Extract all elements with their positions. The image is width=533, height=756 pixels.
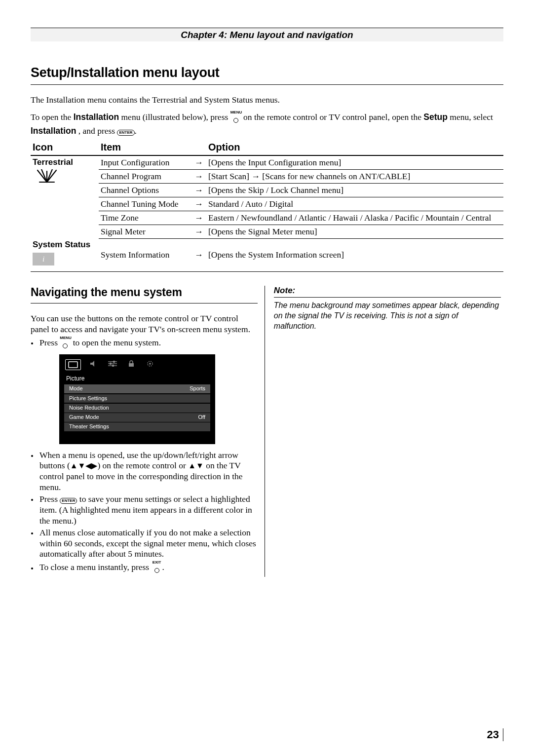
svg-point-11 [113,361,114,362]
text: , and press [78,126,117,136]
list-item: Press MENU to open the menu system. [38,336,258,444]
section-heading-setup: Setup/Installation menu layout [31,65,503,80]
intro-para-1: The Installation menu contains the Terre… [31,95,503,106]
osd-row-label: Game Mode [69,414,99,421]
label-installation-2: Installation [31,126,76,136]
svg-point-12 [110,363,111,364]
intro-para-2: To open the Installation menu (illustrat… [31,111,503,137]
text: on the remote control or TV control pane… [243,112,423,122]
option-cell: [Start Scan] → [Scans for new channels o… [206,169,503,183]
osd-tab-picture-icon [65,359,81,370]
button-circle-icon [154,568,159,573]
arrow-glyphs-icon: ▲▼◀▶ [70,461,98,470]
nav-intro-para: You can use the buttons on the remote co… [31,313,258,335]
svg-rect-6 [69,362,77,368]
osd-row-label: Mode [69,385,83,392]
osd-row-label: Theater Settings [69,423,109,430]
info-icon: i [33,253,54,265]
enter-button-icon: ENTER [117,130,134,136]
menu-button-label: MENU [230,111,241,114]
option-cell: Standard / Auto / Digital [206,197,503,211]
arrow-glyphs-icon: ▲▼ [188,461,204,470]
osd-row: Noise Reduction [64,404,210,413]
footer-rule [503,728,503,741]
item-cell: Channel Program [99,169,191,183]
text: menu, select [450,112,493,122]
osd-tab-preferences-icon [107,359,118,368]
rule [31,84,503,85]
exit-button-icon: EXIT [152,561,162,576]
option-cell: [Opens the Signal Meter menu] [206,225,503,238]
page-footer: 23 [487,728,503,741]
item-cell: Channel Tuning Mode [99,197,191,211]
option-cell: Eastern / Newfoundland / Atlantic / Hawa… [206,211,503,225]
th-option: Option [206,140,503,155]
item-cell: Time Zone [99,211,191,225]
label-installation: Installation [74,112,119,122]
th-arrow [191,140,206,155]
osd-tab-bar [63,358,211,374]
group-label-system-status: System Status [33,240,97,250]
item-cell: Input Configuration [99,155,191,170]
item-cell: Signal Meter [99,225,191,238]
arrow-icon: → [191,183,206,197]
arrow-icon: → [191,169,206,183]
text: . [162,563,164,572]
osd-row-value: Off [198,414,205,421]
osd-row: Picture Settings [64,394,210,403]
note-body: The menu background may sometimes appear… [274,301,501,331]
button-circle-icon [233,118,238,123]
osd-title: Picture [63,374,211,384]
arrow-icon: → [191,155,206,170]
osd-row-label: Noise Reduction [69,405,109,412]
menu-button-icon: MENU [60,336,71,351]
osd-tab-lock-icon [125,359,137,368]
option-cell: [Opens the System Information screen] [206,238,503,272]
arrow-icon: → [191,197,206,211]
section-heading-navigating: Navigating the menu system [31,286,258,299]
text: To close a menu instantly, press [39,563,152,572]
osd-tab-sound-icon [88,359,100,368]
label-setup: Setup [423,112,448,122]
osd-tab-setup-icon [144,359,156,368]
list-item: Press ENTER to save your menu settings o… [38,494,258,527]
menu-layout-table: Icon Item Option Terrestrial [31,140,503,272]
note-heading: Note: [274,286,501,298]
option-cell: [Opens the Input Configuration menu] [206,155,503,170]
svg-rect-14 [129,363,134,367]
arrow-icon: → [191,225,206,238]
exit-button-label: EXIT [152,561,162,565]
list-item: To close a menu instantly, press EXIT . [38,561,258,576]
osd-row-value: Sports [190,385,205,392]
th-item: Item [99,140,191,155]
chapter-bar: Chapter 4: Menu layout and navigation [31,28,503,41]
arrow-icon: → [191,238,206,272]
list-item: All menus close automatically if you do … [38,528,258,560]
menu-button-icon: MENU [230,111,241,126]
text: menu (illustrated below), press [121,112,230,122]
osd-screenshot: Picture ModeSports Picture Settings Nois… [59,354,215,444]
osd-row: Game ModeOff [64,413,210,422]
text: Press [39,494,60,504]
osd-row: Theater Settings [64,422,210,431]
arrow-icon: → [191,211,206,225]
svg-marker-7 [90,361,94,367]
button-circle-icon [63,343,68,348]
text: ) on the remote control or [97,460,188,470]
text: . [135,126,137,136]
text: to open the menu system. [73,338,161,347]
page-number: 23 [487,728,499,741]
option-cell: [Opens the Skip / Lock Channel menu] [206,183,503,197]
svg-point-13 [112,365,114,366]
item-cell: System Information [99,238,191,272]
item-cell: Channel Options [99,183,191,197]
osd-row: ModeSports [64,384,210,393]
menu-button-label: MENU [60,336,71,340]
svg-point-16 [149,363,151,365]
antenna-icon [33,169,61,184]
osd-row-label: Picture Settings [69,395,107,402]
enter-button-icon: ENTER [60,498,77,504]
text: To open the [31,112,74,122]
list-item: When a menu is opened, use the up/down/l… [38,450,258,493]
th-icon: Icon [31,140,99,155]
